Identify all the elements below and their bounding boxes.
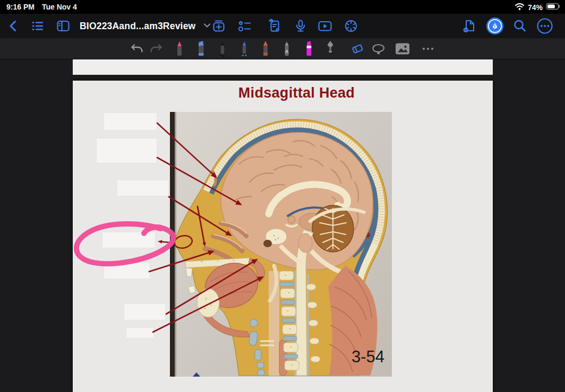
pen-mode-icon[interactable] [485,16,504,36]
page-title: Midsagittal Head [87,85,507,101]
previous-page-edge[interactable] [73,59,493,75]
templates-scroll-icon[interactable] [264,16,284,36]
share-document-icon[interactable] [460,16,479,36]
checklist-icon[interactable] [235,16,254,36]
more-options-icon[interactable] [535,16,554,36]
add-element-icon[interactable] [209,16,228,36]
figure-number: 3-54 [352,347,384,366]
search-icon[interactable] [510,16,529,36]
anatomy-photo: 3-54 [170,112,392,377]
svg-text:A: A [285,49,289,54]
label-box-blank [126,328,153,338]
back-button[interactable] [4,16,23,36]
highlighter-tool-blue[interactable] [192,39,210,59]
sidebar-pages-icon[interactable] [54,16,73,36]
label-box-blank [102,232,155,248]
pen-tool-pink[interactable] [170,39,189,59]
wifi-icon [515,3,525,12]
undo-button[interactable] [128,39,146,59]
nav-bar: BIO223Aand...am3Review [0,14,565,38]
more-tools-icon[interactable] [419,39,437,59]
pen-toolbar: A [0,38,565,59]
status-bar: 9:16 PM Tue Nov 4 74% [0,0,565,14]
app-screen: 9:16 PM Tue Nov 4 74% [0,0,565,392]
battery-icon [546,2,561,12]
document-title[interactable]: BIO223Aand...am3Review [80,21,195,32]
microphone-icon[interactable] [291,16,310,36]
label-box-blank [97,138,157,163]
clock-date: Tue Nov 4 [42,3,77,11]
clock-time: 9:16 PM [6,3,35,11]
lasso-tool[interactable] [370,39,388,59]
battery-percent: 74% [528,3,543,12]
label-box-blank [124,304,165,320]
pen-tool-blue-dashed[interactable] [235,39,253,59]
redo-button[interactable] [147,39,165,59]
marker-tool-orange[interactable] [256,39,275,59]
label-box-blank [104,113,157,130]
board-edge [170,112,175,377]
label-box-blank [117,180,168,196]
nib-tool[interactable] [321,39,339,59]
label-box-blank [104,263,150,278]
pen-tool-black[interactable] [213,39,232,59]
marker-tool-magenta[interactable] [299,39,318,59]
outline-list-icon[interactable] [28,16,47,36]
image-tool[interactable] [393,39,412,59]
present-play-icon[interactable] [315,16,335,36]
eraser-tool[interactable] [348,39,366,59]
ai-assistant-icon[interactable] [341,16,361,36]
pencil-tool-letter[interactable]: A [278,39,296,59]
